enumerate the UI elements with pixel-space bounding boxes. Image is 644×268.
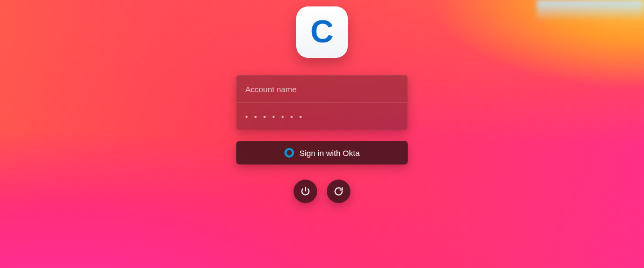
account-name-input[interactable] — [237, 76, 407, 102]
power-icon — [300, 186, 311, 197]
credentials-box — [236, 75, 408, 130]
password-input[interactable] — [237, 103, 407, 130]
login-panel: C Sign in with Okta — [0, 0, 644, 268]
okta-icon — [284, 148, 294, 158]
restart-button[interactable] — [327, 180, 350, 203]
app-icon-letter: C — [310, 13, 333, 50]
sign-in-with-okta-button[interactable]: Sign in with Okta — [236, 141, 408, 165]
app-icon: C — [296, 6, 348, 58]
session-actions — [294, 180, 350, 203]
shutdown-button[interactable] — [294, 180, 317, 203]
sso-label: Sign in with Okta — [299, 148, 360, 158]
restart-icon — [333, 186, 344, 197]
